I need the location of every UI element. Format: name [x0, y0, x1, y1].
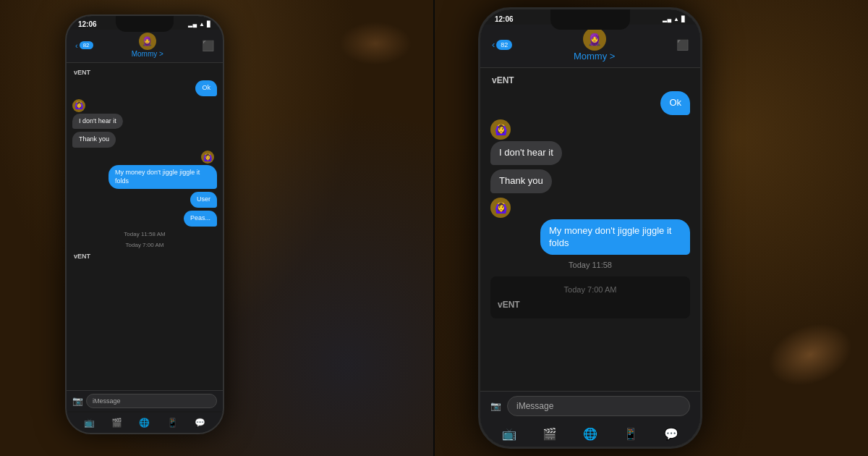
- notch-right: [550, 9, 630, 30]
- phone-screen-left: 12:06 ▂▄ ▲ ▊ ‹ 82 🧕 Mommy > ⬛: [67, 16, 223, 433]
- contact-name-right: Mommy >: [574, 51, 615, 62]
- contact-center-left[interactable]: 🧕 Mommy >: [132, 33, 163, 58]
- avatar-left-1: 🙆‍♀️: [72, 99, 85, 112]
- battery-left: ▊: [207, 21, 211, 28]
- bubble-dont-hear-right: I don't hear it: [490, 141, 562, 165]
- dock-icon-4[interactable]: 📱: [165, 415, 179, 430]
- imessage-input-right[interactable]: iMessage: [507, 396, 690, 416]
- input-bar-left: 📷 iMessage: [67, 390, 223, 411]
- msg-dont-hear-right: I don't hear it: [490, 141, 690, 165]
- dock-icon-r5[interactable]: 💬: [661, 423, 681, 444]
- avatar-left-2: 🙆‍♀️: [201, 151, 214, 164]
- msg-user: User: [72, 192, 217, 208]
- back-button-right[interactable]: ‹ 82: [492, 39, 512, 50]
- right-panel: 12:06 ▂▄ ▲ ▊ ‹ 82 🧕 Mommy > ⬛: [435, 0, 868, 456]
- contact-center-right[interactable]: 🧕 Mommy >: [574, 28, 615, 62]
- back-badge-right: 82: [496, 40, 512, 50]
- msg-dont-hear: I don't hear it: [72, 114, 217, 130]
- phone-left: 12:06 ▂▄ ▲ ▊ ‹ 82 🧕 Mommy > ⬛: [65, 14, 224, 434]
- status-icons-right: ▂▄ ▲ ▊: [663, 16, 686, 22]
- dock-icon-r2[interactable]: 🎬: [540, 423, 560, 444]
- bubble-peas: Peas...: [184, 211, 217, 227]
- msg-money-1: My money don't jiggle jiggle it folds: [72, 165, 217, 189]
- avatar-right-1: 🙆‍♀️: [490, 119, 511, 140]
- msg-ok: Ok: [72, 80, 217, 96]
- bubble-user: User: [190, 192, 217, 208]
- time-left: 12:06: [78, 20, 97, 28]
- notch-left: [116, 16, 174, 32]
- bubble-money-right: My money don't jiggle jiggle it folds: [540, 219, 690, 256]
- dock-icon-5[interactable]: 💬: [193, 415, 208, 430]
- battery-right: ▊: [681, 16, 686, 22]
- finger-overlay-left: [339, 22, 412, 65]
- timestamp-right-2: Today 7:00 AM: [496, 285, 684, 294]
- bubble-dont-hear: I don't hear it: [72, 114, 123, 130]
- bubble-ok: Ok: [195, 80, 217, 96]
- back-button-left[interactable]: ‹ 82: [75, 41, 93, 50]
- messages-area-right: vENT Ok 🙆‍♀️ I don't hear it Thank you 🙆…: [480, 68, 700, 426]
- dock-icon-r3[interactable]: 🌐: [580, 423, 600, 444]
- bubble-thank-you-right: Thank you: [490, 169, 552, 193]
- section-label-right-2: vENT: [496, 300, 684, 310]
- timestamp-1: Today 11:58 AM: [72, 231, 217, 237]
- wifi-right: ▲: [673, 16, 679, 22]
- contact-name-left: Mommy >: [132, 50, 163, 58]
- phone-right: 12:06 ▂▄ ▲ ▊ ‹ 82 🧕 Mommy > ⬛: [478, 7, 702, 449]
- back-chevron-right: ‹: [492, 39, 495, 50]
- nav-bar-left: ‹ 82 🧕 Mommy > ⬛: [67, 30, 223, 63]
- signal-left: ▂▄: [188, 21, 197, 28]
- timestamp-2: Today 7:00 AM: [72, 242, 217, 248]
- video-button-left[interactable]: ⬛: [202, 40, 214, 51]
- camera-icon-right[interactable]: 📷: [490, 401, 501, 411]
- bubble-ok-right: Ok: [660, 91, 690, 115]
- finger-overlay-right: [760, 313, 861, 397]
- left-panel: 12:06 ▂▄ ▲ ▊ ‹ 82 🧕 Mommy > ⬛: [0, 0, 433, 456]
- msg-ok-right: Ok: [490, 91, 690, 115]
- time-right: 12:06: [495, 15, 514, 23]
- section-label-right-1: vENT: [490, 75, 690, 85]
- back-chevron-left: ‹: [75, 41, 78, 50]
- msg-money-right: My money don't jiggle jiggle it folds: [490, 219, 690, 256]
- back-badge-left: 82: [80, 41, 93, 49]
- messages-area-left: vENT Ok 🙆‍♀️ I don't hear it Thank you 🙆…: [67, 63, 223, 415]
- phone-screen-right: 12:06 ▂▄ ▲ ▊ ‹ 82 🧕 Mommy > ⬛: [480, 9, 700, 447]
- dock-icon-3[interactable]: 🌐: [137, 415, 152, 430]
- signal-right: ▂▄: [663, 16, 671, 22]
- msg-thank-you-right: Thank you: [490, 169, 690, 193]
- dock-bar-right: 📺 🎬 🌐 📱 💬: [480, 421, 700, 447]
- input-bar-right: 📷 iMessage: [480, 391, 700, 421]
- bubble-thank-you-1: Thank you: [72, 132, 116, 148]
- timestamp-right-1: Today 11:58: [490, 261, 690, 269]
- dock-icon-r4[interactable]: 📱: [621, 423, 641, 444]
- msg-peas: Peas...: [72, 211, 217, 227]
- dock-bar-left: 📺 🎬 🌐 📱 💬: [67, 413, 223, 433]
- avatar-right-2: 🙆‍♀️: [490, 198, 511, 218]
- imessage-input-left[interactable]: iMessage: [86, 394, 217, 408]
- dock-icon-r1[interactable]: 📺: [499, 423, 519, 444]
- contact-avatar-left: 🧕: [139, 33, 156, 50]
- dock-icon-1[interactable]: 📺: [82, 415, 96, 430]
- video-button-right[interactable]: ⬛: [676, 39, 689, 51]
- dock-icon-2[interactable]: 🎬: [110, 415, 124, 430]
- status-icons-left: ▂▄ ▲ ▊: [188, 21, 211, 28]
- nav-bar-right: ‹ 82 🧕 Mommy > ⬛: [480, 25, 700, 68]
- section-label-2: vENT: [72, 253, 217, 260]
- bubble-money-1: My money don't jiggle jiggle it folds: [109, 165, 217, 189]
- msg-thank-you-1: Thank you: [72, 132, 217, 148]
- camera-icon-left[interactable]: 📷: [72, 396, 83, 406]
- section-label-1: vENT: [72, 69, 217, 76]
- contact-avatar-right: 🧕: [583, 28, 606, 51]
- wifi-left: ▲: [199, 21, 205, 28]
